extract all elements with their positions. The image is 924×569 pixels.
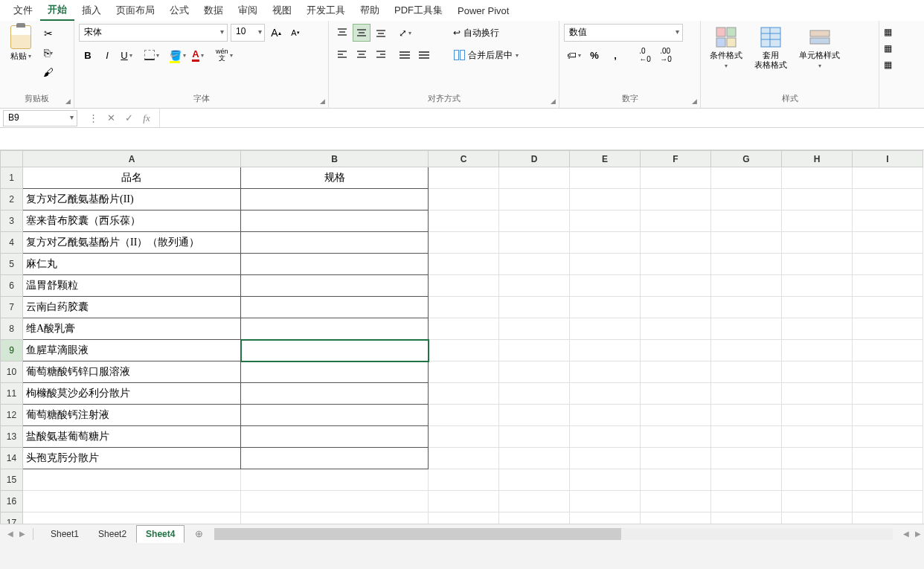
underline-button[interactable]: U bbox=[118, 46, 135, 64]
cell-I14[interactable] bbox=[853, 448, 923, 469]
align-right-button[interactable] bbox=[372, 46, 390, 64]
cell-E12[interactable] bbox=[570, 405, 641, 426]
cell-D16[interactable] bbox=[499, 491, 570, 512]
cell-E16[interactable] bbox=[570, 491, 641, 512]
align-launcher[interactable]: ◢ bbox=[551, 97, 556, 105]
sheet-tab-Sheet1[interactable]: Sheet1 bbox=[41, 525, 89, 543]
cell-A14[interactable]: 头孢克肟分散片 bbox=[23, 448, 241, 469]
cell-H12[interactable] bbox=[782, 405, 853, 426]
cell-H15[interactable] bbox=[782, 469, 853, 491]
cell-C6[interactable] bbox=[429, 275, 499, 297]
cell-E9[interactable] bbox=[570, 340, 641, 361]
fx-icon[interactable]: fx bbox=[138, 111, 155, 126]
font-color-button[interactable]: A bbox=[189, 46, 207, 64]
shrink-font-button[interactable]: A▾ bbox=[287, 25, 304, 41]
font-launcher[interactable]: ◢ bbox=[320, 97, 325, 105]
cell-B12[interactable] bbox=[241, 405, 429, 426]
tab-nav-prev[interactable]: ◀ bbox=[4, 528, 16, 540]
cell-A4[interactable]: 复方对乙酰氨基酚片（II）（散列通） bbox=[23, 232, 241, 254]
row-head-3[interactable]: 3 bbox=[1, 210, 23, 232]
cell-B9[interactable] bbox=[241, 340, 429, 361]
cell-G4[interactable] bbox=[711, 232, 782, 254]
cell-H9[interactable] bbox=[782, 340, 853, 361]
cell-I12[interactable] bbox=[853, 405, 923, 426]
merge-center-button[interactable]: 合并后居中▾ bbox=[449, 46, 523, 64]
cell-H14[interactable] bbox=[782, 448, 853, 469]
row-head-11[interactable]: 11 bbox=[1, 383, 23, 405]
cell-B11[interactable] bbox=[241, 383, 429, 405]
cell-B10[interactable] bbox=[241, 361, 429, 383]
cell-I4[interactable] bbox=[853, 232, 923, 254]
cell-A8[interactable]: 维A酸乳膏 bbox=[23, 318, 241, 340]
menu-开始[interactable]: 开始 bbox=[40, 0, 74, 21]
cell-C3[interactable] bbox=[429, 210, 499, 232]
cell-G7[interactable] bbox=[711, 297, 782, 318]
cell-F5[interactable] bbox=[641, 254, 711, 275]
cell-C15[interactable] bbox=[429, 469, 499, 491]
row-head-10[interactable]: 10 bbox=[1, 361, 23, 383]
col-head-E[interactable]: E bbox=[570, 151, 641, 167]
row-head-15[interactable]: 15 bbox=[1, 469, 23, 491]
cell-G5[interactable] bbox=[711, 254, 782, 275]
cell-A7[interactable]: 云南白药胶囊 bbox=[23, 297, 241, 318]
formula-input[interactable] bbox=[160, 110, 924, 126]
grid[interactable]: ABCDEFGHI1品名规格2复方对乙酰氨基酚片(II)3塞来昔布胶囊（西乐葆）… bbox=[0, 150, 924, 524]
cell-E2[interactable] bbox=[570, 189, 641, 210]
cell-A15[interactable] bbox=[23, 469, 241, 491]
cancel-formula-button[interactable]: ✕ bbox=[103, 111, 119, 126]
row-head-16[interactable]: 16 bbox=[1, 491, 23, 512]
cell-I8[interactable] bbox=[853, 318, 923, 340]
cell-G1[interactable] bbox=[711, 167, 782, 189]
cell-A13[interactable]: 盐酸氨基葡萄糖片 bbox=[23, 426, 241, 448]
cell-H5[interactable] bbox=[782, 254, 853, 275]
cell-E13[interactable] bbox=[570, 426, 641, 448]
col-head-D[interactable]: D bbox=[499, 151, 570, 167]
cell-B14[interactable] bbox=[241, 448, 429, 469]
cell-H16[interactable] bbox=[782, 491, 853, 512]
cell-F14[interactable] bbox=[641, 448, 711, 469]
menu-插入[interactable]: 插入 bbox=[74, 1, 109, 20]
row-head-13[interactable]: 13 bbox=[1, 426, 23, 448]
cell-H6[interactable] bbox=[782, 275, 853, 297]
cell-F3[interactable] bbox=[641, 210, 711, 232]
menu-页面布局[interactable]: 页面布局 bbox=[109, 1, 162, 20]
cell-I2[interactable] bbox=[853, 189, 923, 210]
cell-D10[interactable] bbox=[499, 361, 570, 383]
wrap-text-button[interactable]: ↩自动换行 bbox=[449, 24, 523, 42]
cell-A1[interactable]: 品名 bbox=[23, 167, 241, 189]
cell-F15[interactable] bbox=[641, 469, 711, 491]
align-bottom-button[interactable] bbox=[372, 24, 390, 42]
format-as-table-button[interactable]: 套用 表格格式 bbox=[750, 24, 792, 71]
cell-C10[interactable] bbox=[429, 361, 499, 383]
cell-A9[interactable]: 鱼腥草滴眼液 bbox=[23, 340, 241, 361]
col-head-B[interactable]: B bbox=[241, 151, 429, 167]
cell-H7[interactable] bbox=[782, 297, 853, 318]
cell-G13[interactable] bbox=[711, 426, 782, 448]
border-button[interactable] bbox=[143, 46, 161, 64]
cell-E17[interactable] bbox=[570, 512, 641, 524]
cell-C1[interactable] bbox=[429, 167, 499, 189]
add-sheet-button[interactable]: ⊕ bbox=[190, 527, 207, 541]
cell-C13[interactable] bbox=[429, 426, 499, 448]
grow-font-button[interactable]: A▴ bbox=[268, 25, 284, 41]
cell-F13[interactable] bbox=[641, 426, 711, 448]
cell-D12[interactable] bbox=[499, 405, 570, 426]
col-head-F[interactable]: F bbox=[641, 151, 711, 167]
menu-审阅[interactable]: 审阅 bbox=[231, 1, 265, 20]
cell-A2[interactable]: 复方对乙酰氨基酚片(II) bbox=[23, 189, 241, 210]
align-middle-button[interactable] bbox=[353, 24, 370, 42]
row-head-7[interactable]: 7 bbox=[1, 297, 23, 318]
cell-E8[interactable] bbox=[570, 318, 641, 340]
cell-G10[interactable] bbox=[711, 361, 782, 383]
cell-B17[interactable] bbox=[241, 512, 429, 524]
menu-PDF工具集[interactable]: PDF工具集 bbox=[387, 1, 450, 20]
align-top-button[interactable] bbox=[333, 24, 351, 42]
menu-公式[interactable]: 公式 bbox=[162, 1, 196, 20]
col-head-H[interactable]: H bbox=[782, 151, 853, 167]
row-head-9[interactable]: 9 bbox=[1, 340, 23, 361]
row-head-5[interactable]: 5 bbox=[1, 254, 23, 275]
font-name-select[interactable]: 宋体 bbox=[79, 24, 228, 42]
cell-E7[interactable] bbox=[570, 297, 641, 318]
menu-Power Pivot[interactable]: Power Pivot bbox=[450, 2, 516, 19]
cell-B3[interactable] bbox=[241, 210, 429, 232]
